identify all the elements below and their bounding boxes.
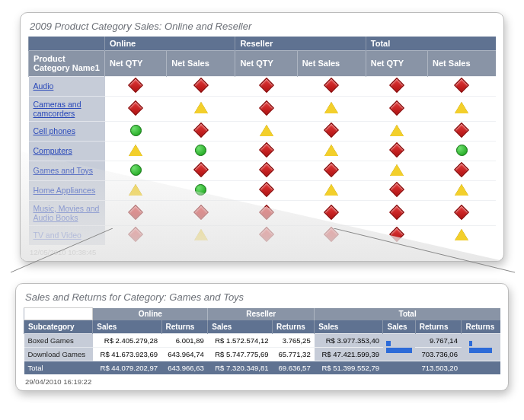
cell-value: R$ 47.421.599,39: [315, 348, 383, 361]
category-link[interactable]: Computers: [29, 141, 105, 161]
cell-value: R$ 51.399.552,79: [315, 361, 383, 375]
triangle-icon: [324, 145, 338, 156]
col-sales: Sales: [315, 320, 383, 334]
diamond-icon: [324, 227, 339, 242]
diamond-icon: [389, 142, 404, 158]
triangle-icon: [129, 184, 142, 196]
diamond-icon: [259, 142, 274, 158]
corner-cell: [29, 37, 105, 50]
diamond-icon: [128, 227, 143, 242]
diamond-icon: [389, 205, 404, 220]
category-sales-panel: 2009 Product Category Sales: Online and …: [20, 12, 504, 262]
cell-value: 703.736,06: [415, 348, 462, 361]
col-returns-spark: Returns: [462, 320, 500, 334]
col-netsales: Net Sales: [428, 50, 496, 76]
category-link[interactable]: Cell phones: [29, 121, 105, 141]
col-sales: Sales: [208, 320, 273, 334]
diamond-icon: [259, 182, 274, 197]
group-total: Total: [315, 308, 500, 320]
panel1-title: 2009 Product Category Sales: Online and …: [28, 19, 496, 37]
group-reseller: Reseller: [235, 37, 366, 50]
cell-value: [462, 361, 500, 375]
diamond-icon: [389, 100, 404, 116]
total-row: Total R$ 44.079.202,97 643.966,63 R$ 7.3…: [24, 361, 501, 375]
cell-value: 643.964,74: [161, 348, 208, 361]
table-row: Computers: [29, 141, 497, 161]
table-row: Music, Movies and Audio Books: [29, 200, 497, 225]
triangle-icon: [260, 125, 273, 136]
diamond-icon: [389, 227, 404, 242]
cell-value: 65.771,32: [273, 348, 315, 361]
triangle-icon: [129, 145, 142, 156]
cell-value: R$ 7.320.349,81: [208, 361, 273, 375]
group-total: Total: [366, 37, 496, 50]
sales-returns-panel: Sales and Returns for Category: Games an…: [15, 283, 509, 391]
cell-value: R$ 1.572.574,12: [208, 334, 273, 348]
col-returns: Returns: [415, 320, 462, 334]
cell-value: R$ 5.747.775,69: [208, 348, 273, 361]
timestamp: 12/05/2010 10:38:45: [28, 245, 496, 256]
cell-value: 713.503,20: [415, 361, 462, 375]
triangle-icon: [455, 184, 468, 196]
circle-icon: [130, 125, 142, 136]
category-link[interactable]: Games and Toys: [29, 161, 105, 180]
diamond-icon: [128, 205, 143, 220]
diamond-icon: [324, 205, 339, 220]
category-link[interactable]: Music, Movies and Audio Books: [29, 200, 105, 225]
diamond-icon: [454, 78, 469, 93]
col-rowhdr: Product Category Name1: [29, 50, 105, 76]
triangle-icon: [390, 164, 404, 176]
diamond-icon: [324, 162, 339, 177]
col-netsales: Net Sales: [167, 50, 235, 76]
cell-value: R$ 2.405.279,28: [93, 334, 161, 348]
triangle-icon: [194, 229, 208, 240]
table-row: TV and Video: [29, 225, 497, 245]
triangle-icon: [390, 125, 404, 136]
diamond-icon: [128, 78, 143, 93]
table-row: Boxed Games R$ 2.405.279,28 6.001,89 R$ …: [24, 334, 501, 348]
diamond-icon: [193, 162, 209, 177]
col-returns: Returns: [161, 320, 208, 334]
table-row: Audio: [29, 76, 497, 96]
col-sales: Sales: [93, 320, 161, 334]
diamond-icon: [324, 123, 339, 138]
table-row: Download Games R$ 41.673.923,69 643.964,…: [24, 348, 501, 361]
diamond-icon: [454, 123, 469, 138]
diamond-icon: [259, 100, 274, 116]
cell-value: R$ 41.673.923,69: [93, 348, 161, 361]
group-online: Online: [105, 37, 235, 50]
panel2-title: Sales and Returns for Category: Games an…: [24, 290, 500, 307]
col-returns: Returns: [273, 320, 315, 334]
triangle-icon: [455, 229, 468, 240]
col-subcategory: Subcategory: [24, 320, 93, 334]
category-link[interactable]: Home Appliances: [29, 180, 105, 200]
category-sales-table: Online Reseller Total Product Category N…: [28, 37, 496, 245]
diamond-icon: [454, 162, 469, 177]
col-sales-spark: Sales: [383, 320, 415, 334]
diamond-icon: [193, 123, 209, 138]
circle-icon: [456, 145, 468, 156]
circle-icon: [195, 145, 206, 156]
triangle-icon: [455, 102, 468, 113]
diamond-icon: [259, 227, 274, 242]
diamond-icon: [389, 78, 404, 93]
cell-value: [383, 361, 415, 375]
total-label: Total: [24, 361, 93, 375]
col-netqty: Net QTY: [235, 50, 297, 76]
category-link[interactable]: Cameras and camcorders: [29, 96, 105, 121]
circle-icon: [195, 184, 206, 196]
cell-value: R$ 44.079.202,97: [93, 361, 161, 375]
table-row: Home Appliances: [29, 180, 497, 200]
category-link[interactable]: TV and Video: [29, 225, 105, 245]
cell-value: 69.636,57: [273, 361, 315, 375]
cell-value: 9.767,14: [415, 334, 462, 348]
corner-cell: [24, 308, 93, 320]
col-netqty: Net QTY: [366, 50, 427, 76]
sales-returns-table: Online Reseller Total Subcategory Sales …: [24, 307, 500, 374]
table-row: Games and Toys: [29, 161, 497, 180]
cell-value: 6.001,89: [161, 334, 208, 348]
sales-sparkline: [383, 334, 415, 361]
subcategory-label: Boxed Games: [24, 334, 93, 348]
category-link[interactable]: Audio: [29, 76, 105, 96]
col-netsales: Net Sales: [297, 50, 366, 76]
